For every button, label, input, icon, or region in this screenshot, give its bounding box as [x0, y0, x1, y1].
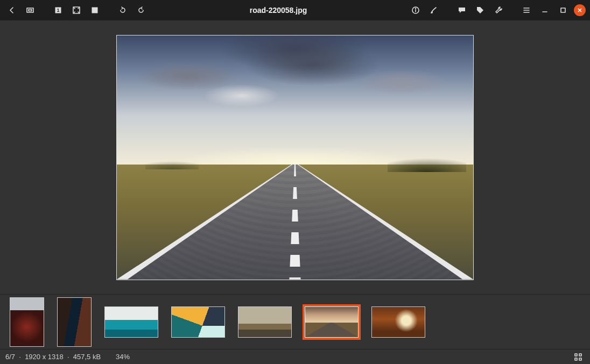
svg-rect-21 — [575, 358, 577, 360]
fullscreen-icon — [26, 6, 34, 15]
thumbnail-3[interactable] — [104, 306, 158, 338]
thumbnail-7[interactable] — [371, 306, 425, 338]
zoom-fit-button[interactable] — [69, 3, 84, 18]
zoom-fit-icon — [72, 6, 81, 15]
window-title: road-220058.jpg — [152, 6, 405, 15]
tag-icon — [476, 6, 484, 15]
maximize-icon — [559, 6, 567, 15]
rotate-left-icon — [118, 6, 127, 15]
zoom-actual-icon: 1 — [54, 6, 62, 15]
statusbar: 6/7 · 1920 x 1318 · 457,5 kB 34% — [0, 349, 590, 364]
thumbnail-strip — [0, 294, 590, 349]
svg-rect-1 — [29, 10, 32, 11]
svg-rect-20 — [579, 354, 581, 356]
tools-button[interactable] — [491, 3, 506, 18]
plus-square-icon — [90, 6, 99, 15]
close-icon — [577, 8, 582, 13]
chevron-left-icon — [8, 6, 16, 15]
edit-button[interactable] — [426, 3, 441, 18]
thumbnail-6[interactable] — [305, 306, 359, 338]
svg-rect-16 — [561, 8, 565, 12]
grid-icon — [574, 353, 582, 361]
zoom-in-button[interactable] — [87, 3, 102, 18]
status-separator-1: · — [15, 353, 25, 361]
svg-point-10 — [416, 8, 416, 9]
tag-button[interactable] — [473, 3, 488, 18]
status-dimensions: 1920 x 1318 — [25, 353, 64, 361]
rotate-left-button[interactable] — [115, 3, 130, 18]
thumbnail-grid-button[interactable] — [572, 351, 585, 363]
svg-rect-0 — [27, 8, 33, 12]
status-separator-2: · — [64, 353, 73, 361]
svg-text:1: 1 — [57, 8, 59, 13]
comment-icon — [458, 6, 466, 15]
close-button[interactable] — [574, 4, 586, 16]
status-zoom: 34% — [116, 353, 130, 361]
status-filesize: 457,5 kB — [73, 353, 101, 361]
displayed-image — [116, 35, 474, 280]
wrench-icon — [494, 6, 503, 15]
status-position: 6/7 — [5, 353, 15, 361]
rotate-right-button[interactable] — [134, 3, 149, 18]
comment-button[interactable] — [454, 3, 469, 18]
thumbnail-2[interactable] — [57, 297, 92, 347]
thumbnail-5[interactable] — [238, 306, 292, 338]
titlebar: 1 road-220058.jpg — [0, 0, 590, 20]
fullscreen-button[interactable] — [23, 3, 38, 18]
back-button[interactable] — [4, 3, 19, 18]
image-viewport[interactable] — [0, 20, 590, 294]
menu-button[interactable] — [519, 3, 534, 18]
hamburger-icon — [522, 6, 531, 15]
zoom-actual-button[interactable]: 1 — [51, 3, 66, 18]
maximize-button[interactable] — [556, 3, 571, 18]
info-button[interactable] — [408, 3, 423, 18]
thumbnail-1[interactable] — [10, 297, 44, 347]
svg-rect-22 — [579, 358, 581, 360]
rotate-right-icon — [137, 6, 145, 15]
minimize-icon — [540, 6, 549, 15]
svg-rect-19 — [575, 354, 577, 356]
thumbnail-4[interactable] — [171, 306, 225, 338]
brush-icon — [430, 6, 438, 15]
minimize-button[interactable] — [537, 3, 552, 18]
info-icon — [411, 6, 420, 15]
